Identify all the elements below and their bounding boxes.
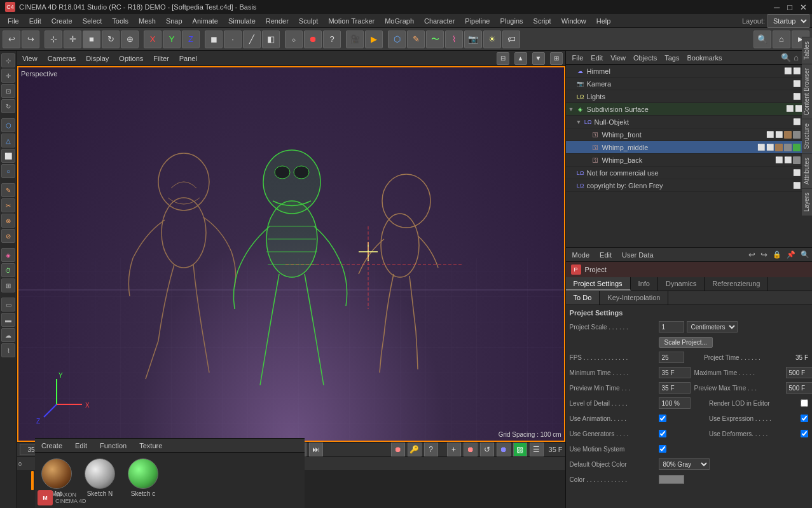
y-axis-btn[interactable]: Y xyxy=(163,31,181,48)
vp-layout-btn[interactable]: ⊟ xyxy=(497,52,509,65)
cone-btn[interactable]: △ xyxy=(1,134,15,148)
menu-motion-tracker[interactable]: Motion Tracker xyxy=(323,16,380,26)
check-use-motion[interactable] xyxy=(659,445,666,453)
vert-tab-layers[interactable]: Layers xyxy=(802,188,812,216)
obj-kamera[interactable]: 📷 Kamera ⬜ ⬜ xyxy=(566,78,812,90)
menu-animate[interactable]: Animate xyxy=(188,16,223,26)
transform-tool-btn[interactable]: ⊕ xyxy=(121,31,139,48)
obj-himmel[interactable]: ☁ Himmel ⬜ ⬜ xyxy=(566,65,812,78)
magnet-btn[interactable]: ⊘ xyxy=(1,229,15,243)
vert-tab-content-browser[interactable]: Content Browser xyxy=(802,64,812,119)
select-def-color[interactable]: 80% Gray xyxy=(659,458,710,470)
anim-btn[interactable]: ⏱ xyxy=(1,263,15,277)
menu-simulate[interactable]: Simulate xyxy=(223,16,261,26)
point-mode-btn[interactable]: · xyxy=(224,31,242,48)
obj-home-btn[interactable]: ⌂ xyxy=(794,53,799,62)
subtab-todo[interactable]: To Do xyxy=(566,291,600,305)
scale-btn[interactable]: ⊡ xyxy=(1,84,15,98)
input-min-time[interactable] xyxy=(659,367,691,378)
check-use-def[interactable] xyxy=(801,430,808,437)
tab-info[interactable]: Info xyxy=(631,277,658,291)
menu-edit[interactable]: Edit xyxy=(24,16,46,26)
vp-display-menu[interactable]: Display xyxy=(83,53,111,64)
menu-mesh[interactable]: Mesh xyxy=(134,16,161,26)
obj-view-menu[interactable]: View xyxy=(607,53,630,63)
check-use-gen[interactable] xyxy=(659,430,666,437)
attr-redo-btn[interactable]: ↪ xyxy=(760,250,767,259)
menu-tools[interactable]: Tools xyxy=(107,16,134,26)
check-use-expr[interactable] xyxy=(801,415,808,422)
loop-btn[interactable]: ⊗ xyxy=(1,214,15,228)
z-axis-btn[interactable]: Z xyxy=(182,31,200,48)
material-sketch-n[interactable]: Sketch N xyxy=(81,458,119,503)
scale-project-btn[interactable]: Scale Project... xyxy=(659,337,713,348)
input-project-scale[interactable] xyxy=(659,321,684,333)
obj-file-menu[interactable]: File xyxy=(568,53,588,63)
vp-filter-menu[interactable]: Filter xyxy=(151,53,171,64)
live-select-btn[interactable]: ⊹ xyxy=(1,53,15,67)
menu-mograph[interactable]: MoGraph xyxy=(380,16,419,26)
rotate-btn[interactable]: ↻ xyxy=(1,99,15,113)
vert-tab-structure[interactable]: Structure xyxy=(802,119,812,153)
spline-btn[interactable]: 〜 xyxy=(426,31,444,48)
vp-options-menu[interactable]: Options xyxy=(116,53,146,64)
input-max-time[interactable] xyxy=(786,367,812,378)
autokey-active-btn[interactable]: 🔑 xyxy=(408,443,422,457)
loop-tl-btn[interactable]: ↺ xyxy=(480,443,494,457)
tab-referenzierung[interactable]: Referenzierung xyxy=(705,277,768,291)
menu-pipeline[interactable]: Pipeline xyxy=(460,16,495,26)
menu-plugins[interactable]: Plugins xyxy=(495,16,528,26)
record-tl-btn[interactable]: ⏺ xyxy=(464,443,478,457)
edge-mode-btn[interactable]: ╱ xyxy=(243,31,261,48)
obj-search-btn[interactable]: 🔍 xyxy=(781,53,791,62)
expand-subdiv[interactable]: ▼ xyxy=(568,106,576,113)
menu-help[interactable]: Help xyxy=(591,16,616,26)
sphere-btn[interactable]: ○ xyxy=(1,164,15,178)
obj-copyright[interactable]: LΩ copyright by: Glenn Frey ⬜ ⬜ xyxy=(566,179,812,192)
go-end-btn[interactable]: ⏭ xyxy=(309,443,323,457)
light-btn[interactable]: ☀ xyxy=(483,31,501,48)
redo-btn[interactable]: ↪ xyxy=(22,31,39,48)
move-tool-btn[interactable]: ✛ xyxy=(64,31,81,48)
tab-dynamics[interactable]: Dynamics xyxy=(658,277,705,291)
viewport[interactable]: X Y Z Perspective Grid Spacing : 100 cm xyxy=(17,66,565,442)
bg-btn[interactable]: ▬ xyxy=(1,313,15,327)
mat-texture-menu[interactable]: Texture xyxy=(135,441,166,451)
vert-tab-attributes[interactable]: Attributes xyxy=(802,153,812,188)
input-preview-min[interactable] xyxy=(659,382,691,394)
menu-character[interactable]: Character xyxy=(419,16,460,26)
cylinder-btn[interactable]: ⬜ xyxy=(1,149,15,163)
attr-edit-menu[interactable]: Edit xyxy=(596,250,616,260)
attr-undo-btn[interactable]: ↩ xyxy=(748,250,755,259)
color-picker[interactable] xyxy=(659,475,684,484)
menu-select[interactable]: Select xyxy=(78,16,107,26)
menu-snap[interactable]: Snap xyxy=(161,16,188,26)
mat-edit-menu[interactable]: Edit xyxy=(71,441,91,451)
cube-btn[interactable]: ⬡ xyxy=(388,31,406,48)
obj-tags-menu[interactable]: Tags xyxy=(661,53,683,63)
x-axis-btn[interactable]: X xyxy=(144,31,162,48)
paint-btn[interactable]: ✎ xyxy=(1,183,15,197)
vp-panel-menu[interactable]: Panel xyxy=(177,53,200,64)
help-tl-btn[interactable]: ? xyxy=(424,443,438,457)
vp-down-btn[interactable]: ▼ xyxy=(532,52,545,65)
autokey-btn[interactable]: ? xyxy=(323,31,341,48)
input-fps[interactable] xyxy=(659,352,684,363)
input-preview-max[interactable] xyxy=(786,382,812,394)
obj-bookmarks-menu[interactable]: Bookmarks xyxy=(683,53,726,63)
render-view-btn[interactable]: 🎥 xyxy=(346,31,364,48)
polygon-mode-btn[interactable]: ◧ xyxy=(262,31,280,48)
scale-tool-btn[interactable]: ■ xyxy=(83,31,100,48)
obj-whimp-front[interactable]: ⚿ Whimp_front ⬜ ⬜ xyxy=(566,128,812,141)
obj-lights[interactable]: LΩ Lights ⬜ ⬜ xyxy=(566,90,812,103)
xref-btn[interactable]: ⊞ xyxy=(1,278,15,292)
object-mode-btn[interactable]: ◼ xyxy=(205,31,223,48)
menu-window[interactable]: Window xyxy=(556,16,591,26)
bounce-tl-btn[interactable]: ⏺ xyxy=(497,443,511,457)
maximize-btn[interactable]: □ xyxy=(787,3,792,12)
obj-null[interactable]: ▼ LΩ Null-Objekt ⬜ ⬜ xyxy=(566,116,812,128)
tag-btn[interactable]: 🏷 xyxy=(502,31,520,48)
timeline-view-btn[interactable]: ☰ xyxy=(530,443,544,457)
search-btn[interactable]: 🔍 xyxy=(754,31,771,48)
vp-view-menu[interactable]: View xyxy=(20,53,40,64)
